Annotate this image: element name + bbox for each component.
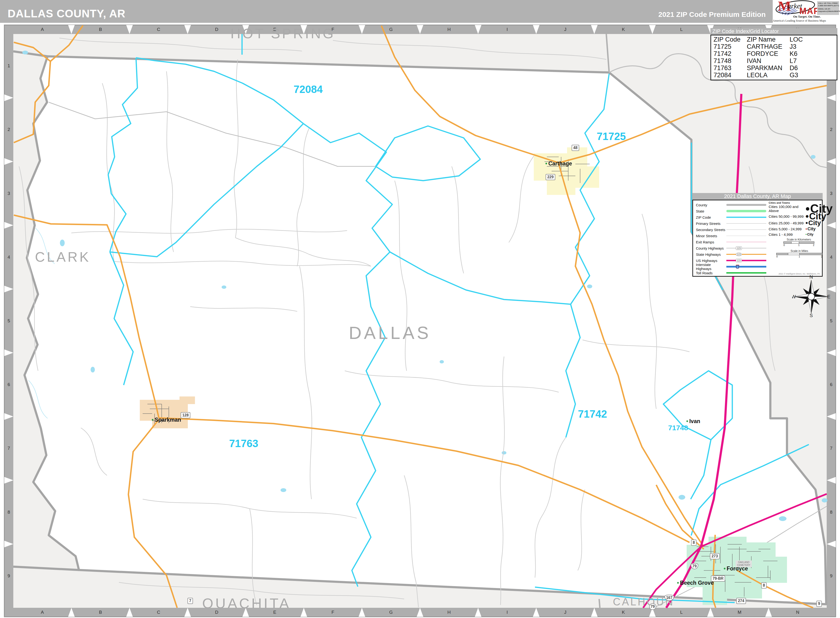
highway-badge: 7 xyxy=(187,598,193,604)
neighbor-county-label: OUACHITA xyxy=(202,595,291,612)
zip-loc-cell: L7 xyxy=(789,57,834,64)
scale-kilometers: Scale in Kilometers 012 xyxy=(784,238,814,247)
legend-label: Secondary Streets xyxy=(696,228,726,232)
legend-city-label: Cities 25,000 - 49,999 xyxy=(769,221,806,225)
legend-row: State xyxy=(696,208,767,214)
legend-row: State Highways 123 xyxy=(696,251,767,257)
zip-code-label: 71725 xyxy=(597,131,626,143)
zip-code-label: 72084 xyxy=(294,83,323,95)
zip-index-row: 72084 LEOLA G3 xyxy=(711,71,837,79)
legend-label: County xyxy=(696,203,726,207)
county-map xyxy=(0,0,840,618)
legend-box: County State ZIP Code Primary Streets Se… xyxy=(692,200,823,277)
grid-letter: K xyxy=(595,25,653,34)
legend-label: County Highways xyxy=(696,246,726,250)
legend-city-items: Cities 100,000 and Above City Cities 50,… xyxy=(769,205,822,237)
town-name: Carthage xyxy=(548,160,572,167)
highway-badge: 79-BR xyxy=(711,575,725,582)
grid-number: 9 xyxy=(4,544,13,608)
zip-loc-cell: G3 xyxy=(789,71,834,79)
legend-line-sample xyxy=(726,234,766,238)
legend-line-sample xyxy=(726,271,766,275)
legend-city-row: Cities 1 - 4,999 City xyxy=(769,232,822,237)
grid-letter: N xyxy=(769,608,827,617)
legend-city-label: Cities 100,000 and Above xyxy=(769,205,806,213)
grid-letter: H xyxy=(420,25,478,34)
legend-label: ZIP Code xyxy=(696,215,726,219)
grid-number: 8 xyxy=(827,480,836,544)
scale-mi-label: Scale in Miles xyxy=(776,250,822,253)
scale-tick: 0 xyxy=(776,255,778,258)
zip-index-row: 71763 SPARKMAN D6 xyxy=(711,64,837,71)
compass-w: W xyxy=(792,294,796,299)
map-page: DALLAS COUNTY, AR 2021 ZIP Code Premium … xyxy=(0,0,840,618)
zip-loc-cell: K6 xyxy=(789,50,834,57)
legend-line-sample xyxy=(726,240,766,244)
legend-row: Interstate Highways 1 xyxy=(696,264,767,270)
grid-letter: L xyxy=(653,25,711,34)
zip-index-column-header: ZIP Code xyxy=(714,36,747,43)
highway-badge: 8 xyxy=(761,582,767,588)
legend-label: State Highways xyxy=(696,253,726,257)
legend-row: ZIP Code xyxy=(696,214,767,220)
highway-badge: 8 xyxy=(691,539,697,546)
highway-badge: 128 xyxy=(181,412,190,418)
grid-number: 2 xyxy=(4,98,13,161)
scale-mi-ticks: 012 xyxy=(776,255,822,258)
legend-row: Primary Streets xyxy=(696,220,767,227)
legend-line-sample xyxy=(726,209,766,213)
zip-index-row: 71725 CARTHAGE J3 xyxy=(711,43,837,50)
town-label: Carthage xyxy=(546,160,572,167)
legend-row: County Highways 123 xyxy=(696,245,767,251)
compass-rose: N E S W xyxy=(792,275,830,318)
legend-city-label: Cities 50,000 - 99,999 xyxy=(769,214,806,218)
scale-bar xyxy=(784,242,814,244)
grid-number: 6 xyxy=(4,353,13,416)
legend-line-sample xyxy=(726,203,766,206)
compass-s: S xyxy=(810,313,813,318)
compass-e: E xyxy=(827,294,830,299)
zip-name-cell: FORDYCE xyxy=(747,50,789,57)
grid-number: 9 xyxy=(827,544,836,608)
grid-letter: H xyxy=(420,608,478,617)
grid-letters-top: ABCDEFGHIJKLMN xyxy=(13,25,827,34)
grid-letter: G xyxy=(362,25,420,34)
grid-letter: K xyxy=(595,608,653,617)
grid-letter: B xyxy=(71,608,129,617)
zip-index-title: ZIP Code Index/Grid Locator xyxy=(711,28,837,35)
grid-letter: C xyxy=(129,25,187,34)
grid-letter: B xyxy=(71,25,129,34)
zip-code-cell: 72084 xyxy=(714,71,747,79)
grid-letter: C xyxy=(129,608,187,617)
neighbor-county-label: HOT SPRING xyxy=(230,25,335,42)
legend-badge: 1 xyxy=(736,265,739,269)
town-name: Ivan xyxy=(689,418,700,425)
grid-number: 8 xyxy=(4,480,13,544)
scale-km-ticks: 012 xyxy=(784,244,814,247)
town-dot-icon xyxy=(152,419,153,421)
grid-letter: A xyxy=(13,25,71,34)
compass-n: N xyxy=(810,275,813,279)
legend-label: Minor Streets xyxy=(696,234,726,238)
highway-badge: 273 xyxy=(710,553,720,559)
grid-letter: F xyxy=(304,608,362,617)
town-dot-icon xyxy=(546,163,547,165)
legend-city-label: Cities 1 - 4,999 xyxy=(769,232,806,236)
poi-label: OAKLAND CEMETERY xyxy=(736,560,752,567)
legend-city-row: Cities 5,000 - 24,999 City xyxy=(769,226,822,232)
legend-label: State xyxy=(696,209,726,213)
zip-index-table: ZIP CodeZIP NameLOC 71725 CARTHAGE J3 71… xyxy=(711,35,837,80)
legend-row: Exit Ramps xyxy=(696,239,767,245)
legend-label: Primary Streets xyxy=(696,221,726,226)
town-label: Sparkman xyxy=(152,417,181,423)
legend-line-sample: 123 xyxy=(726,247,766,250)
legend-label: Interstate Highways xyxy=(696,263,726,271)
legend-label: Toll Roads xyxy=(696,271,726,275)
zip-name-cell: CARTHAGE xyxy=(747,43,789,50)
town-label: Ivan xyxy=(687,418,700,425)
neighbor-county-label: DALLAS xyxy=(349,323,431,343)
highway-badge: 229 xyxy=(546,174,555,180)
legend-copyright: 2021 © Intelligent Direct, Inc. Wellsbor… xyxy=(779,273,820,275)
scale-tick: 1 xyxy=(798,255,800,258)
legend-city-sample: City xyxy=(806,220,821,226)
